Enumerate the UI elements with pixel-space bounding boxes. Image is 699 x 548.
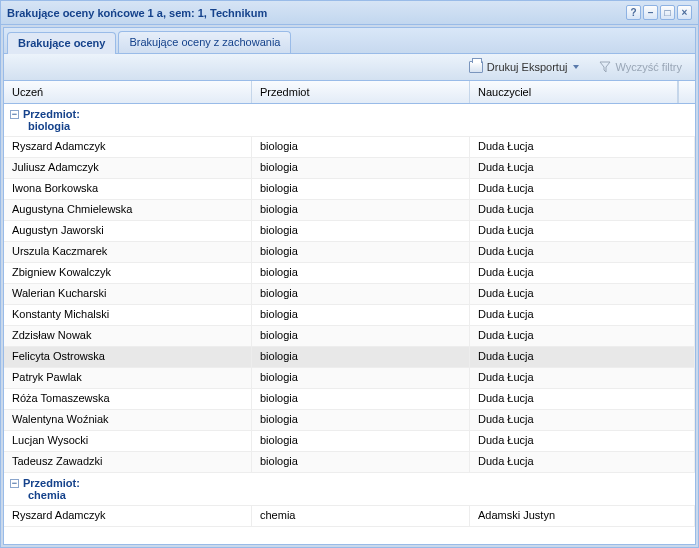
print-export-button[interactable]: Drukuj Eksportuj [462,58,587,76]
window-buttons: ? – □ × [626,5,692,20]
table-row[interactable]: Ryszard AdamczykbiologiaDuda Łucja [4,137,695,158]
chevron-down-icon [573,65,579,69]
group-label: Przedmiot: [23,108,80,120]
group-header[interactable]: −Przedmiot:biologia [4,104,695,137]
table-row[interactable]: Walentyna WoźniakbiologiaDuda Łucja [4,410,695,431]
table-row[interactable]: Juliusz AdamczykbiologiaDuda Łucja [4,158,695,179]
close-button[interactable]: × [677,5,692,20]
cell-teacher: Adamski Justyn [470,506,695,526]
collapse-icon[interactable]: − [10,479,19,488]
table-row[interactable]: Walerian KucharskibiologiaDuda Łucja [4,284,695,305]
maximize-button[interactable]: □ [660,5,675,20]
cell-subject: biologia [252,179,470,199]
scroll-gutter [678,81,695,103]
group-label: Przedmiot: [23,477,80,489]
table-row[interactable]: Ryszard AdamczykchemiaAdamski Justyn [4,506,695,527]
grid-body[interactable]: −Przedmiot:biologiaRyszard Adamczykbiolo… [4,104,695,544]
table-row[interactable]: Lucjan WysockibiologiaDuda Łucja [4,431,695,452]
cell-subject: biologia [252,200,470,220]
print-export-label: Drukuj Eksportuj [487,61,568,73]
cell-teacher: Duda Łucja [470,347,695,367]
cell-student: Walerian Kucharski [4,284,252,304]
cell-teacher: Duda Łucja [470,410,695,430]
table-row[interactable]: Urszula KaczmarekbiologiaDuda Łucja [4,242,695,263]
column-header-label: Przedmiot [260,86,310,98]
cell-teacher: Duda Łucja [470,242,695,262]
cell-student: Zdzisław Nowak [4,326,252,346]
cell-student: Ryszard Adamczyk [4,506,252,526]
window: Brakujące oceny końcowe 1 a, sem: 1, Tec… [0,0,699,548]
cell-teacher: Duda Łucja [470,389,695,409]
minimize-button[interactable]: – [643,5,658,20]
table-row[interactable]: Róża TomaszewskabiologiaDuda Łucja [4,389,695,410]
tab-label: Brakujące oceny z zachowania [129,36,280,48]
table-row[interactable]: Tadeusz ZawadzkibiologiaDuda Łucja [4,452,695,473]
table-row[interactable]: Iwona BorkowskabiologiaDuda Łucja [4,179,695,200]
funnel-icon [599,61,611,73]
table-row[interactable]: Felicyta OstrowskabiologiaDuda Łucja [4,347,695,368]
cell-student: Zbigniew Kowalczyk [4,263,252,283]
cell-student: Walentyna Woźniak [4,410,252,430]
cell-teacher: Duda Łucja [470,137,695,157]
grid-header: Uczeń Przedmiot Nauczyciel [4,81,695,104]
cell-teacher: Duda Łucja [470,221,695,241]
cell-teacher: Duda Łucja [470,158,695,178]
cell-student: Tadeusz Zawadzki [4,452,252,472]
tab-missing-behavior-grades[interactable]: Brakujące oceny z zachowania [118,31,291,53]
tab-label: Brakujące oceny [18,37,105,49]
cell-subject: biologia [252,452,470,472]
table-row[interactable]: Patryk PawlakbiologiaDuda Łucja [4,368,695,389]
group-header[interactable]: −Przedmiot:chemia [4,473,695,506]
cell-subject: biologia [252,368,470,388]
clear-filters-button[interactable]: Wyczyść filtry [592,58,689,76]
group-value: biologia [10,120,689,132]
cell-subject: biologia [252,305,470,325]
cell-teacher: Duda Łucja [470,179,695,199]
table-row[interactable]: Konstanty MichalskibiologiaDuda Łucja [4,305,695,326]
cell-student: Róża Tomaszewska [4,389,252,409]
panel-body: Brakujące oceny Brakujące oceny z zachow… [3,27,696,545]
table-row[interactable]: Zbigniew KowalczykbiologiaDuda Łucja [4,263,695,284]
cell-teacher: Duda Łucja [470,452,695,472]
cell-subject: biologia [252,263,470,283]
cell-teacher: Duda Łucja [470,284,695,304]
cell-subject: biologia [252,326,470,346]
column-header-teacher[interactable]: Nauczyciel [470,81,678,103]
cell-student: Patryk Pawlak [4,368,252,388]
cell-subject: biologia [252,158,470,178]
column-header-subject[interactable]: Przedmiot [252,81,470,103]
cell-teacher: Duda Łucja [470,326,695,346]
cell-teacher: Duda Łucja [470,368,695,388]
cell-subject: biologia [252,347,470,367]
titlebar: Brakujące oceny końcowe 1 a, sem: 1, Tec… [1,1,698,25]
cell-student: Ryszard Adamczyk [4,137,252,157]
toolbar: Drukuj Eksportuj Wyczyść filtry [4,54,695,81]
collapse-icon[interactable]: − [10,110,19,119]
column-header-label: Uczeń [12,86,43,98]
column-header-student[interactable]: Uczeń [4,81,252,103]
cell-subject: biologia [252,389,470,409]
group-value: chemia [10,489,689,501]
table-row[interactable]: Augustyn JaworskibiologiaDuda Łucja [4,221,695,242]
table-row[interactable]: Augustyna ChmielewskabiologiaDuda Łucja [4,200,695,221]
cell-student: Augustyna Chmielewska [4,200,252,220]
cell-student: Konstanty Michalski [4,305,252,325]
tab-missing-grades[interactable]: Brakujące oceny [7,32,116,54]
cell-teacher: Duda Łucja [470,431,695,451]
cell-teacher: Duda Łucja [470,200,695,220]
cell-subject: chemia [252,506,470,526]
column-header-label: Nauczyciel [478,86,531,98]
cell-student: Felicyta Ostrowska [4,347,252,367]
cell-student: Juliusz Adamczyk [4,158,252,178]
cell-subject: biologia [252,410,470,430]
cell-student: Lucjan Wysocki [4,431,252,451]
cell-subject: biologia [252,221,470,241]
table-row[interactable]: Zdzisław NowakbiologiaDuda Łucja [4,326,695,347]
cell-student: Augustyn Jaworski [4,221,252,241]
help-button[interactable]: ? [626,5,641,20]
window-title: Brakujące oceny końcowe 1 a, sem: 1, Tec… [7,7,626,19]
tabstrip: Brakujące oceny Brakujące oceny z zachow… [4,28,695,54]
cell-subject: biologia [252,284,470,304]
cell-teacher: Duda Łucja [470,263,695,283]
printer-icon [469,61,483,73]
